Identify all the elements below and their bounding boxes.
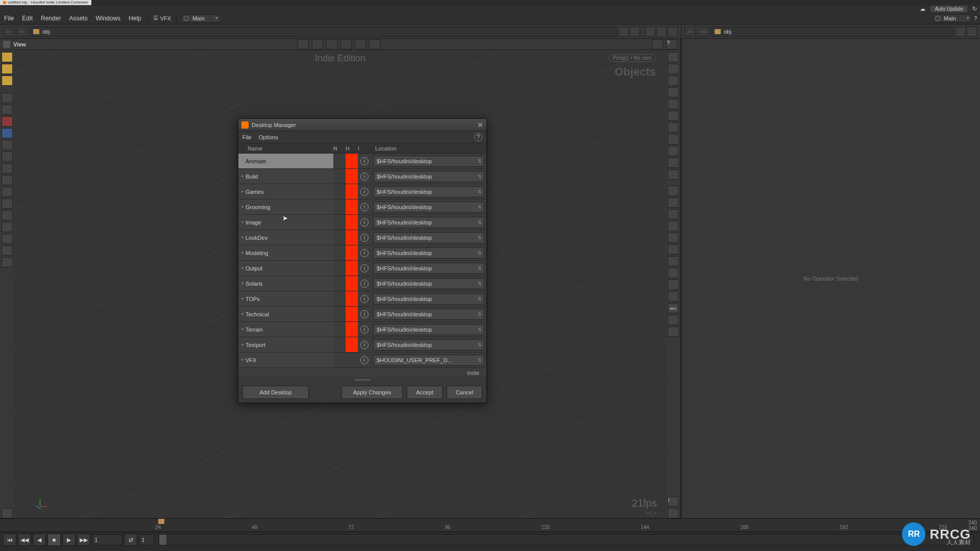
rtool-abc-icon[interactable]: abc	[668, 303, 679, 313]
path-field-left[interactable]: obj	[30, 27, 617, 37]
range-lock-button[interactable]: ⇄	[124, 534, 137, 546]
tool-c-icon[interactable]	[2, 163, 13, 173]
location-field[interactable]: $HOUDINI_USER_PREF_D...	[373, 355, 484, 366]
auto-update-toggle[interactable]: Auto Update	[930, 6, 967, 12]
col-n-cell[interactable]	[333, 245, 346, 260]
pin-icon[interactable]	[619, 27, 629, 37]
col-n-cell[interactable]	[333, 276, 346, 291]
info-icon[interactable]: i	[360, 234, 369, 242]
step-back-button[interactable]: ◀	[33, 534, 46, 546]
playhead[interactable]	[158, 519, 164, 524]
desktop-row-textport[interactable]: ▾Textporti$HFS/houdini/desktop	[238, 337, 486, 353]
current-frame-field[interactable]: 1	[92, 534, 122, 545]
tool-e-icon[interactable]	[2, 187, 13, 197]
target-icon[interactable]	[630, 27, 640, 37]
dialog-menu-options[interactable]: Options	[259, 134, 278, 140]
location-field[interactable]: $HFS/houdini/desktop	[373, 186, 484, 197]
menu-assets[interactable]: Assets	[65, 15, 91, 22]
desktop-row-terrain[interactable]: ▾Terraini$HFS/houdini/desktop	[238, 322, 486, 337]
rtool-14-icon[interactable]	[668, 209, 679, 219]
col-n-cell[interactable]	[333, 184, 346, 199]
location-field[interactable]: $HFS/houdini/desktop	[373, 293, 484, 305]
rtool-11-icon[interactable]	[668, 169, 679, 180]
info-icon[interactable]: i	[360, 218, 369, 227]
nav-back-button[interactable]: ←	[3, 27, 14, 37]
location-field[interactable]: $HFS/houdini/desktop	[373, 278, 484, 289]
dialog-resize-handle[interactable]	[238, 377, 486, 382]
desktop-row-output[interactable]: ▾Outputi$HFS/houdini/desktop	[238, 261, 486, 276]
nav-fwd-button-r[interactable]: →	[698, 27, 709, 37]
info-icon[interactable]: i	[360, 356, 369, 364]
col-n-cell[interactable]	[333, 291, 346, 306]
col-n-cell[interactable]	[333, 353, 346, 367]
rtool-info-icon[interactable]: i	[668, 496, 679, 507]
tool-rotate-icon[interactable]	[2, 76, 13, 86]
col-n-cell[interactable]	[333, 154, 346, 168]
info-icon[interactable]: i	[360, 280, 369, 288]
target-icon-r[interactable]	[967, 27, 977, 37]
col-location[interactable]: Location	[371, 143, 486, 153]
tool-h-icon[interactable]	[2, 222, 13, 232]
rtool-4-icon[interactable]	[668, 87, 679, 97]
timeline-scrollbar[interactable]	[159, 534, 974, 545]
expand-icon[interactable]: ▾	[241, 174, 243, 179]
expand-icon[interactable]: ▾	[241, 327, 243, 332]
desktop-row-solaris[interactable]: ▾Solarisi$HFS/houdini/desktop	[238, 276, 486, 291]
rtool-19-icon[interactable]	[668, 268, 679, 278]
desktop-row-image[interactable]: ▾Imagei$HFS/houdini/desktop	[238, 215, 486, 230]
location-field[interactable]: $HFS/houdini/desktop	[373, 232, 484, 243]
hide-flag[interactable]	[346, 291, 358, 306]
menu-help[interactable]: Help	[125, 15, 145, 22]
cancel-button[interactable]: Cancel	[447, 386, 482, 399]
rtool-5-icon[interactable]	[668, 99, 679, 109]
location-field[interactable]: $HFS/houdini/desktop	[373, 247, 484, 259]
col-n-cell[interactable]	[333, 322, 346, 337]
hide-flag[interactable]	[346, 276, 358, 291]
tool-j-icon[interactable]	[2, 245, 13, 256]
expand-icon[interactable]: ▾	[241, 159, 243, 163]
location-field[interactable]: $HFS/houdini/desktop	[373, 202, 484, 213]
rtool-21-icon[interactable]	[668, 291, 679, 302]
col-n-cell[interactable]	[333, 199, 346, 214]
dialog-menu-file[interactable]: File	[242, 134, 252, 140]
rtool-6-icon[interactable]	[668, 111, 679, 121]
dialog-help-icon[interactable]: ?	[474, 133, 482, 141]
desktop-dropdown-right[interactable]: Main	[933, 14, 972, 22]
menu-edit[interactable]: Edit	[18, 15, 37, 22]
cloud-icon[interactable]: ☁	[920, 6, 925, 12]
hide-flag[interactable]	[346, 337, 358, 352]
stop-button[interactable]: ■	[47, 534, 61, 546]
rtool-15-icon[interactable]	[668, 221, 679, 231]
close-icon[interactable]: ✕	[477, 121, 483, 129]
add-desktop-button[interactable]: Add Desktop	[242, 386, 309, 399]
location-field[interactable]: $HFS/houdini/desktop	[373, 339, 484, 350]
tool-i-icon[interactable]	[2, 234, 13, 244]
tool-k-icon[interactable]	[2, 257, 13, 267]
rtool-3-icon[interactable]	[668, 76, 679, 86]
hide-flag[interactable]	[346, 353, 358, 367]
rtool-12-icon[interactable]	[668, 186, 679, 196]
expand-icon[interactable]: ▾	[241, 189, 243, 194]
stack-icon[interactable]	[656, 27, 667, 37]
desktop-row-animate[interactable]: ▾Animatei$HFS/houdini/desktop	[238, 154, 486, 169]
expand-icon[interactable]: ▾	[241, 281, 243, 286]
cube-icon[interactable]	[645, 27, 655, 37]
location-field[interactable]: $HFS/houdini/desktop	[373, 217, 484, 228]
col-n-cell[interactable]	[333, 307, 346, 321]
hide-flag[interactable]	[346, 307, 358, 321]
camera-overlay[interactable]: Persp1 • No cam	[608, 54, 656, 62]
desktop-dropdown-left[interactable]: Main	[182, 14, 220, 22]
desktop-row-technical[interactable]: ▾Technicali$HFS/houdini/desktop	[238, 307, 486, 322]
tool-char-icon[interactable]	[2, 116, 13, 127]
pin-icon-r[interactable]	[955, 27, 966, 37]
info-icon[interactable]: i	[360, 249, 369, 257]
nav-fwd-button[interactable]: →	[16, 27, 28, 37]
vhdr-tool-4[interactable]	[340, 39, 352, 49]
hide-flag[interactable]	[346, 215, 358, 230]
sheet-icon[interactable]	[668, 27, 678, 37]
tool-trash-icon[interactable]	[2, 508, 13, 518]
vhdr-snapshot[interactable]	[652, 39, 663, 49]
rtool-10-icon[interactable]	[668, 158, 679, 168]
expand-icon[interactable]: ▾	[241, 235, 243, 240]
location-field[interactable]: $HFS/houdini/desktop	[373, 156, 484, 167]
